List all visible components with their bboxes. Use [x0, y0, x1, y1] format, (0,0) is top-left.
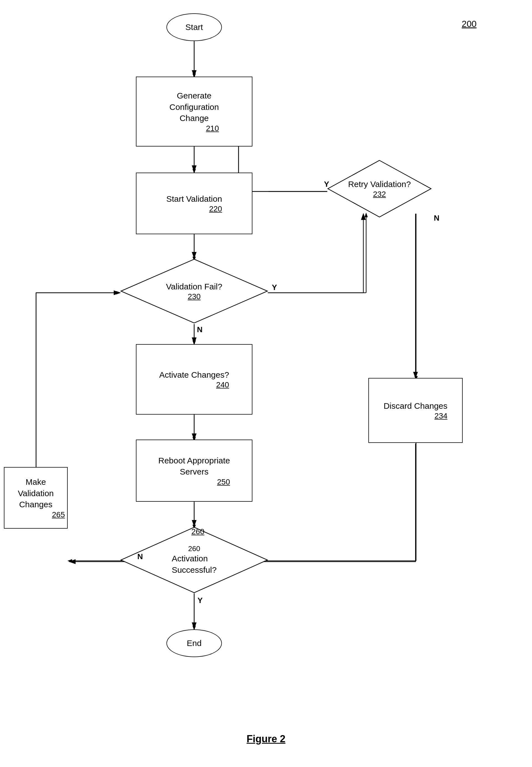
retry-y-label: Y [324, 180, 329, 189]
retry-n-label: N [434, 214, 439, 222]
reboot-servers-node: Reboot AppropriateServers 250 [136, 440, 252, 502]
make-validation-changes-node: Make ValidationChanges 265 [4, 467, 68, 529]
start-validation-ref: 220 [166, 204, 222, 213]
generate-config-label: GenerateConfigurationChange [169, 91, 219, 123]
activation-successful-label: ActivationSuccessful? [172, 553, 217, 576]
reboot-servers-label: Reboot AppropriateServers [158, 456, 230, 477]
activation-n-label: N [137, 552, 143, 561]
figure-caption: Figure 2 [247, 733, 285, 745]
make-validation-changes-ref: 265 [7, 510, 65, 519]
activation-successful-ref-top: 260 [188, 545, 200, 553]
generate-config-node: GenerateConfigurationChange 210 [136, 77, 252, 146]
start-validation-label: Start Validation [166, 194, 222, 203]
validation-fail-n-label: N [197, 325, 202, 334]
validation-fail-node: Validation Fail? 230 [120, 258, 268, 324]
discard-changes-ref: 234 [384, 412, 447, 421]
activation-y-label: Y [197, 596, 203, 605]
validation-fail-label: Validation Fail? [166, 281, 222, 292]
flowchart-diagram: 200 [0, 0, 532, 767]
start-label: Start [185, 22, 203, 33]
discard-changes-label: Discard Changes [384, 401, 447, 411]
validation-fail-y-label: Y [272, 283, 277, 292]
activation-ref-260: 260 [191, 527, 204, 536]
end-label: End [187, 638, 201, 649]
retry-validation-label: Retry Validation? [348, 179, 411, 190]
diagram-ref: 200 [462, 19, 477, 29]
retry-validation-ref: 232 [373, 190, 386, 199]
activate-changes-node: Activate Changes? 240 [136, 344, 252, 415]
activate-changes-ref: 240 [159, 380, 229, 389]
end-node: End [166, 629, 222, 657]
activate-changes-label: Activate Changes? [159, 370, 229, 379]
start-node: Start [166, 13, 222, 41]
start-validation-node: Start Validation 220 [136, 173, 252, 234]
reboot-servers-ref: 250 [158, 478, 230, 487]
discard-changes-node: Discard Changes 234 [368, 378, 463, 443]
make-validation-changes-label: Make ValidationChanges [18, 477, 54, 509]
retry-validation-node: Retry Validation? 232 [327, 159, 432, 218]
svg-marker-21 [67, 559, 72, 563]
generate-config-ref: 210 [169, 124, 219, 133]
validation-fail-ref: 230 [188, 292, 201, 301]
